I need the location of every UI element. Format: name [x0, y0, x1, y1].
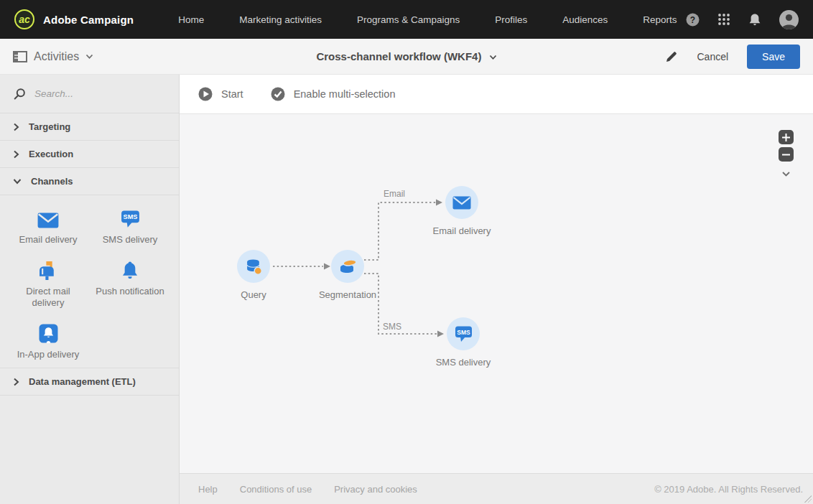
- channel-direct-mail-delivery[interactable]: Direct mail delivery: [7, 257, 89, 309]
- chevron-down-icon: [13, 178, 22, 185]
- minus-icon: [782, 151, 790, 159]
- chevron-right-icon: [13, 378, 19, 386]
- check-circle-icon: [271, 87, 285, 101]
- adobe-campaign-logo-icon: ac: [14, 9, 34, 29]
- footer-link-help[interactable]: Help: [198, 484, 218, 495]
- apps-grid-icon[interactable]: [717, 13, 730, 26]
- help-icon[interactable]: ?: [686, 13, 700, 27]
- activities-panel-icon: [13, 51, 27, 62]
- workflow-title-dropdown[interactable]: Cross-channel workflow (WKF4): [316, 50, 496, 62]
- multi-selection-toggle[interactable]: Enable multi-selection: [271, 87, 396, 101]
- resize-handle[interactable]: [804, 495, 812, 503]
- sidebar-section-targeting[interactable]: Targeting: [0, 113, 179, 141]
- main-menu: Home Marketing activities Programs & Cam…: [178, 14, 677, 25]
- svg-text:?: ?: [690, 14, 695, 24]
- sms-icon: SMS: [121, 205, 140, 228]
- sidebar-search[interactable]: [0, 75, 179, 113]
- zoom-out-button[interactable]: [779, 147, 794, 162]
- pencil-icon[interactable]: [665, 50, 678, 63]
- email-icon: [37, 205, 59, 228]
- email-icon: [445, 186, 478, 219]
- cancel-button[interactable]: Cancel: [697, 51, 728, 62]
- node-label: SMS delivery: [420, 357, 506, 368]
- channels-palette: Email delivery SMS SMS delivery Dire: [0, 195, 179, 368]
- node-label: Email delivery: [419, 225, 505, 236]
- sidebar-section-data-management[interactable]: Data management (ETL): [0, 368, 179, 396]
- multi-selection-label: Enable multi-selection: [294, 88, 396, 100]
- channel-label: SMS delivery: [103, 234, 158, 246]
- start-label: Start: [221, 88, 243, 100]
- chevron-right-icon: [13, 150, 19, 159]
- query-database-icon: [237, 250, 270, 283]
- transition-label-sms: SMS: [383, 322, 401, 332]
- segmentation-icon: [331, 250, 364, 283]
- direct-mail-icon: [39, 257, 58, 280]
- play-icon: [198, 87, 213, 101]
- channel-label: In-App delivery: [17, 349, 80, 360]
- in-app-icon: [39, 320, 58, 343]
- page-footer: Help Conditions of use Privacy and cooki…: [180, 473, 813, 504]
- save-button[interactable]: Save: [747, 45, 800, 69]
- workflow-header-bar: Activities Cross-channel workflow (WKF4)…: [0, 39, 813, 75]
- nav-item-profiles[interactable]: Profiles: [495, 14, 527, 25]
- channel-label: Direct mail delivery: [11, 286, 85, 309]
- sidebar-section-execution[interactable]: Execution: [0, 141, 179, 168]
- sidebar-section-channels[interactable]: Channels: [0, 168, 179, 195]
- channel-label: Push notification: [96, 286, 164, 297]
- search-input[interactable]: [34, 88, 157, 99]
- footer-link-conditions[interactable]: Conditions of use: [240, 484, 312, 495]
- workflow-toolbar: Start Enable multi-selection: [180, 75, 813, 114]
- collapse-controls-button[interactable]: [781, 167, 791, 180]
- copyright-text: © 2019 Adobe. All Rights Reserved.: [654, 484, 803, 495]
- activities-selector[interactable]: Activities: [13, 50, 93, 63]
- chevron-down-icon: [781, 171, 791, 177]
- chevron-right-icon: [13, 123, 19, 131]
- channel-push-notification[interactable]: Push notification: [89, 257, 171, 309]
- nav-item-audiences[interactable]: Audiences: [562, 14, 608, 25]
- node-email-delivery[interactable]: Email delivery: [419, 186, 505, 236]
- node-label: Query: [210, 289, 297, 300]
- search-icon: [13, 88, 26, 101]
- nav-item-programs-campaigns[interactable]: Programs & Campaigns: [357, 14, 460, 25]
- channel-in-app-delivery[interactable]: In-App delivery: [7, 320, 89, 360]
- nav-item-reports[interactable]: Reports: [643, 14, 677, 25]
- top-navigation-bar: ac Adobe Campaign Home Marketing activit…: [0, 0, 813, 39]
- notifications-bell-icon[interactable]: [748, 13, 761, 27]
- workflow-canvas[interactable]: Email SMS Query: [180, 114, 813, 473]
- nav-item-marketing-activities[interactable]: Marketing activities: [239, 14, 322, 25]
- channel-label: Email delivery: [19, 234, 78, 246]
- context-label: Activities: [34, 50, 79, 63]
- plus-icon: [782, 134, 790, 141]
- adobe-campaign-brand[interactable]: ac Adobe Campaign: [14, 9, 134, 29]
- channel-sms-delivery[interactable]: SMS SMS delivery: [89, 205, 171, 246]
- node-label: Segmentation: [305, 289, 391, 300]
- svg-text:SMS: SMS: [457, 328, 470, 335]
- section-label: Targeting: [29, 121, 70, 132]
- chevron-down-icon: [85, 54, 93, 60]
- push-notification-icon: [121, 257, 139, 280]
- nav-item-home[interactable]: Home: [178, 14, 204, 25]
- section-label: Execution: [29, 149, 73, 159]
- node-segmentation[interactable]: Segmentation: [305, 250, 391, 300]
- channel-email-delivery[interactable]: Email delivery: [7, 205, 89, 246]
- sms-icon: SMS: [447, 317, 480, 350]
- section-label: Channels: [31, 176, 73, 187]
- transition-label-email: Email: [384, 189, 405, 199]
- activities-sidebar: Targeting Execution Channels Email deliv…: [0, 75, 180, 504]
- node-sms-delivery[interactable]: SMS SMS delivery: [420, 317, 506, 368]
- start-button[interactable]: Start: [198, 87, 243, 101]
- node-query[interactable]: Query: [210, 250, 297, 300]
- user-avatar-icon[interactable]: [779, 10, 799, 29]
- footer-link-privacy[interactable]: Privacy and cookies: [334, 484, 417, 495]
- brand-name: Adobe Campaign: [43, 14, 134, 26]
- section-label: Data management (ETL): [29, 376, 136, 387]
- canvas-zoom-controls: [779, 130, 794, 180]
- zoom-in-button[interactable]: [779, 130, 794, 144]
- chevron-down-icon: [489, 55, 497, 60]
- svg-text:SMS: SMS: [123, 214, 137, 221]
